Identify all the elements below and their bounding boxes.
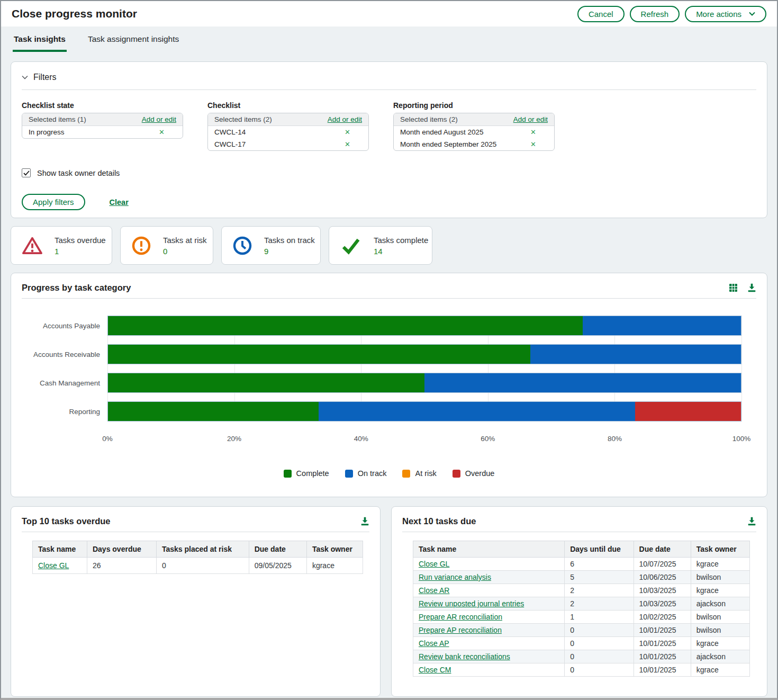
stacked-bar-chart: Accounts PayableAccounts ReceivableCash …: [22, 316, 756, 421]
table-cell: 26: [87, 558, 156, 574]
column-header-days-until-due: Days until due: [565, 541, 634, 558]
column-header-task-name: Task name: [33, 541, 87, 558]
chart-row-accounts-payable: Accounts Payable: [22, 316, 741, 336]
filter-actions: Apply filters Clear: [22, 194, 756, 210]
task-link[interactable]: Close CM: [419, 666, 451, 674]
axis-tick-label: 60%: [481, 435, 495, 443]
filter-group-checklist: ChecklistSelected items (2)Add or editCW…: [207, 101, 369, 151]
refresh-button[interactable]: Refresh: [630, 6, 680, 22]
tab-task-insights[interactable]: Task insights: [13, 26, 67, 52]
remove-item-icon[interactable]: ✕: [530, 129, 536, 136]
chevron-down-icon: [22, 75, 28, 79]
selected-item: Month ended September 2025✕: [394, 138, 554, 150]
table-cell: bwilson: [691, 624, 749, 637]
tab-bar: Task insights Task assignment insights: [1, 26, 777, 52]
add-or-edit-link[interactable]: Add or edit: [513, 115, 548, 123]
clear-filters-link[interactable]: Clear: [110, 198, 129, 207]
kpi-value: 1: [55, 247, 106, 256]
add-or-edit-link[interactable]: Add or edit: [328, 115, 362, 123]
table-cell: ajackson: [691, 650, 749, 663]
task-link[interactable]: Close GL: [419, 560, 449, 568]
overdue-panel-header: Top 10 tasks overdue: [22, 512, 369, 532]
filter-group-label: Checklist state: [22, 101, 183, 110]
axis-tick-label: 20%: [227, 435, 241, 443]
more-actions-button[interactable]: More actions: [685, 6, 766, 22]
selected-item: CWCL-17✕: [208, 138, 368, 150]
selected-items-header: Selected items (2)Add or edit: [208, 113, 368, 126]
table-cell: 2: [565, 597, 634, 611]
chart-legend: CompleteOn trackAt riskOverdue: [22, 469, 756, 478]
table-cell: Close CM: [413, 663, 565, 677]
table-view-icon[interactable]: [729, 283, 738, 292]
task-link[interactable]: Close AR: [419, 586, 449, 595]
cancel-button[interactable]: Cancel: [577, 6, 625, 22]
kpi-label: Tasks complete: [374, 236, 428, 245]
table-cell: 10/01/2025: [634, 650, 691, 663]
legend-item-overdue: Overdue: [453, 469, 495, 478]
selected-item: Month ended August 2025✕: [394, 126, 554, 138]
download-icon[interactable]: [747, 517, 756, 526]
clock-icon: [232, 236, 252, 256]
bar-segment-on-track: [530, 345, 741, 364]
chart-row-reporting: Reporting: [22, 401, 741, 421]
filters-panel: Filters Checklist stateSelected items (1…: [11, 61, 767, 218]
category-label: Accounts Payable: [22, 322, 107, 330]
task-link[interactable]: Prepare AP reconciliation: [419, 626, 502, 634]
remove-item-icon[interactable]: ✕: [159, 129, 165, 136]
task-link[interactable]: Close AP: [419, 639, 449, 648]
kpi-label: Tasks on track: [264, 236, 315, 245]
kpi-label: Tasks overdue: [55, 236, 106, 245]
remove-item-icon[interactable]: ✕: [345, 141, 350, 148]
kpi-card-tasks-overdue: Tasks overdue1: [11, 226, 112, 265]
chevron-down-icon: [749, 12, 755, 16]
filter-groups: Checklist stateSelected items (1)Add or …: [22, 101, 756, 151]
selected-items-summary: Selected items (1): [29, 115, 86, 123]
table-cell: kgrace: [691, 637, 749, 650]
axis-tick-label: 40%: [354, 435, 368, 443]
task-link[interactable]: Review bank reconciliations: [419, 652, 510, 661]
due-panel-header: Next 10 tasks due: [402, 512, 756, 532]
add-or-edit-link[interactable]: Add or edit: [142, 115, 176, 123]
filter-group-checklist-state: Checklist stateSelected items (1)Add or …: [22, 101, 183, 151]
column-header-task-owner: Task owner: [691, 541, 749, 558]
kpi-text: Tasks overdue1: [55, 236, 106, 256]
filters-header[interactable]: Filters: [22, 68, 756, 90]
table-cell: Prepare AP reconciliation: [413, 624, 565, 637]
selected-item-label: CWCL-17: [214, 140, 246, 148]
bottom-panels: Top 10 tasks overdue Task nameDays overd…: [11, 506, 767, 697]
task-link[interactable]: Prepare AR reconciliation: [419, 613, 502, 621]
table-cell: 10/03/2025: [634, 597, 691, 611]
selected-item-label: Month ended September 2025: [400, 140, 496, 148]
kpi-value: 14: [374, 247, 428, 256]
legend-label: Overdue: [465, 469, 495, 478]
page-content: Filters Checklist stateSelected items (1…: [1, 52, 777, 700]
exclamation-circle-icon: [131, 236, 151, 256]
download-icon[interactable]: [747, 283, 756, 292]
table-cell: 0: [565, 663, 634, 677]
remove-item-icon[interactable]: ✕: [530, 141, 536, 148]
apply-filters-button[interactable]: Apply filters: [22, 194, 85, 210]
bar-segment-complete: [108, 402, 319, 421]
kpi-label: Tasks at risk: [163, 236, 207, 245]
due-tasks-table: Task nameDays until dueDue dateTask owne…: [413, 541, 750, 677]
task-link[interactable]: Close GL: [38, 561, 69, 570]
chart-row-cash-management: Cash Management: [22, 373, 741, 393]
task-link[interactable]: Review unposted journal entries: [419, 599, 524, 608]
remove-item-icon[interactable]: ✕: [345, 129, 350, 136]
table-cell: 0: [156, 558, 249, 574]
table-cell: 10/02/2025: [634, 611, 691, 624]
table-cell: kgrace: [691, 584, 749, 597]
selected-items-box: Selected items (2)Add or editMonth ended…: [393, 113, 555, 151]
overdue-tasks-table: Task nameDays overdueTasks placed at ris…: [32, 541, 363, 574]
table-cell: Close AR: [413, 584, 565, 597]
chart-panel-icons: [729, 283, 756, 292]
selected-item-label: In progress: [29, 128, 65, 136]
download-icon[interactable]: [360, 517, 369, 526]
table-cell: Run variance analysis: [413, 571, 565, 584]
show-task-owner-checkbox[interactable]: [22, 168, 31, 177]
tab-task-assignment-insights[interactable]: Task assignment insights: [87, 26, 180, 52]
table-row: Close AR210/03/2025kgrace: [413, 584, 750, 597]
table-row: Prepare AR reconciliation110/02/2025bwil…: [413, 611, 750, 624]
legend-swatch: [345, 470, 353, 478]
task-link[interactable]: Run variance analysis: [419, 573, 491, 581]
